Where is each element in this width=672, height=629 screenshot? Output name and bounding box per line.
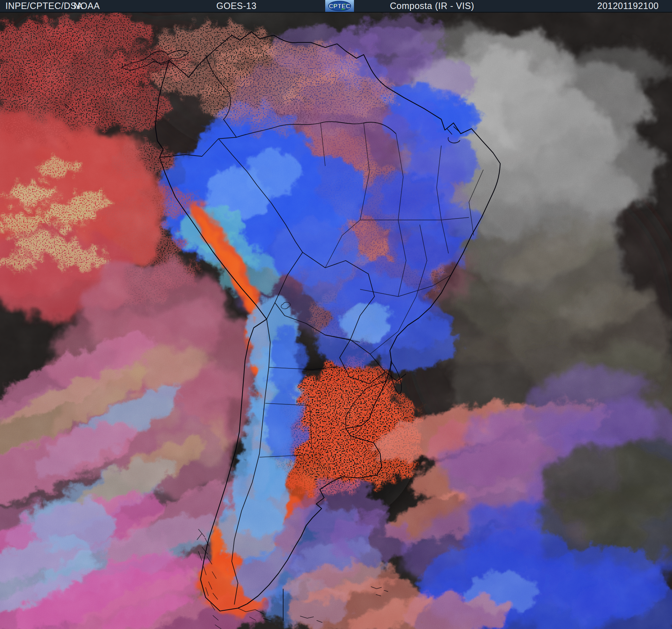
satellite-label: GOES-13	[216, 0, 257, 12]
satellite-image-viewer: INPE/CPTEC/DSA NOAA GOES-13 CPTEC Compos…	[0, 0, 672, 629]
satellite-map	[0, 0, 672, 629]
timestamp-label: 201201192100	[597, 0, 659, 12]
cptec-logo: CPTEC	[325, 0, 354, 12]
product-label: Composta (IR - VIS)	[390, 0, 474, 12]
pixel-grain-texture	[0, 0, 672, 629]
logo-text: CPTEC	[329, 3, 350, 10]
agency-label: INPE/CPTEC/DSA	[5, 0, 83, 12]
noaa-label: NOAA	[74, 0, 100, 12]
header-bar: INPE/CPTEC/DSA NOAA GOES-13 CPTEC Compos…	[0, 0, 672, 13]
